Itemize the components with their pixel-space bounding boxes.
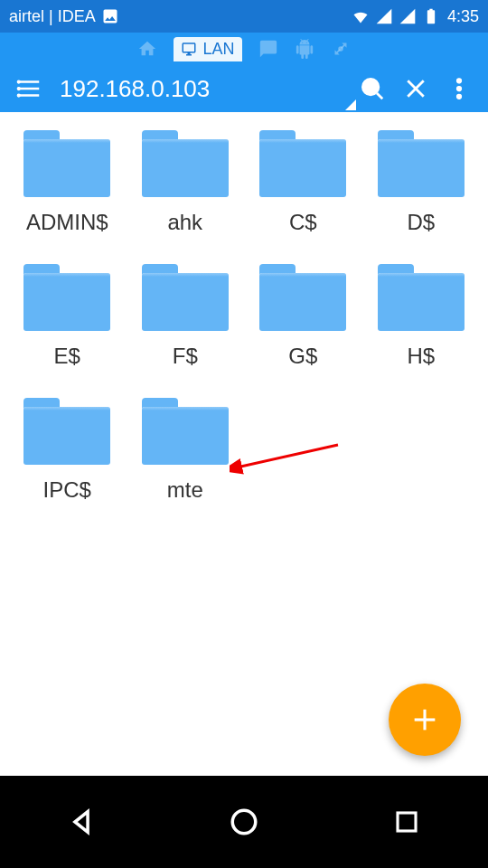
folder-label: C$ [289, 210, 317, 235]
close-button[interactable] [394, 67, 437, 110]
image-icon [101, 7, 119, 25]
folder-icon [142, 130, 229, 197]
signal-2-icon [399, 7, 417, 25]
folder-label: G$ [288, 344, 317, 369]
tab-apps[interactable] [295, 39, 314, 59]
carrier-label: airtel | IDEA [9, 7, 96, 26]
folder-item[interactable]: E$ [13, 264, 122, 369]
svg-point-10 [457, 94, 462, 99]
folder-label: mte [167, 477, 203, 503]
svg-point-3 [17, 94, 20, 97]
svg-point-9 [457, 87, 462, 91]
app-toolbar: 192.168.0.103 [0, 65, 488, 112]
search-button[interactable] [351, 67, 394, 110]
sms-icon [258, 39, 278, 59]
battery-icon [422, 7, 440, 25]
folder-label: ahk [167, 210, 202, 235]
dropdown-triangle-icon [345, 99, 356, 110]
svg-line-5 [377, 93, 382, 99]
plus-icon [409, 704, 440, 735]
folder-item[interactable]: ADMIN$ [13, 130, 122, 235]
folder-icon [142, 398, 229, 465]
folder-icon [23, 130, 110, 197]
address-dropdown[interactable]: 192.168.0.103 [51, 75, 351, 103]
folder-label: D$ [407, 210, 435, 235]
android-status-bar: airtel | IDEA 4:35 [0, 0, 488, 33]
folder-label: IPC$ [43, 477, 91, 503]
menu-icon [15, 75, 42, 102]
folder-item[interactable]: IPC$ [13, 398, 122, 503]
tab-sms[interactable] [258, 39, 278, 59]
cleaner-icon [331, 39, 351, 59]
folder-label: E$ [54, 344, 80, 369]
overflow-button[interactable] [437, 67, 481, 110]
tab-cloud[interactable] [331, 39, 351, 59]
address-label: 192.168.0.103 [60, 75, 210, 103]
nav-back-button[interactable] [27, 795, 136, 849]
folder-item[interactable]: G$ [249, 264, 358, 369]
folder-icon [259, 264, 346, 331]
folder-label: F$ [173, 344, 198, 369]
file-grid-area: ADMIN$ahkC$D$E$F$G$H$IPC$mte [0, 112, 488, 776]
svg-point-1 [17, 80, 20, 83]
back-triangle-icon [66, 807, 97, 837]
home-icon [137, 39, 157, 59]
folder-icon [23, 264, 110, 331]
folder-item[interactable]: mte [131, 398, 240, 503]
hamburger-button[interactable] [7, 67, 51, 110]
signal-1-icon [375, 7, 393, 25]
svg-point-14 [232, 810, 256, 834]
lan-monitor-icon [181, 41, 197, 57]
tab-lan-label: LAN [202, 40, 234, 59]
close-icon [402, 75, 429, 102]
clock-label: 4:35 [447, 7, 479, 26]
folder-item[interactable]: F$ [131, 264, 240, 369]
folder-label: ADMIN$ [26, 210, 108, 235]
android-icon [295, 39, 314, 59]
app-tabs-bar: LAN [0, 33, 488, 65]
folder-icon [378, 130, 465, 197]
android-nav-bar [0, 776, 488, 868]
folder-grid: ADMIN$ahkC$D$E$F$G$H$IPC$mte [13, 130, 475, 503]
folder-item[interactable]: C$ [249, 130, 358, 235]
wifi-icon [352, 7, 370, 25]
folder-item[interactable]: ahk [131, 130, 240, 235]
folder-icon [23, 398, 110, 465]
nav-home-button[interactable] [190, 795, 298, 849]
folder-icon [259, 130, 346, 197]
status-left: airtel | IDEA [9, 7, 119, 26]
recent-square-icon [393, 808, 420, 835]
tab-home[interactable] [137, 39, 157, 59]
svg-point-4 [362, 79, 379, 95]
folder-icon [142, 264, 229, 331]
folder-item[interactable]: D$ [367, 130, 476, 235]
svg-point-2 [17, 88, 20, 90]
status-right: 4:35 [352, 7, 479, 26]
svg-point-0 [338, 46, 343, 52]
search-icon [359, 75, 386, 102]
nav-recent-button[interactable] [352, 795, 461, 849]
svg-rect-15 [398, 813, 416, 831]
folder-label: H$ [407, 344, 435, 369]
folder-icon [378, 264, 465, 331]
more-vert-icon [446, 75, 473, 102]
tab-lan[interactable]: LAN [174, 37, 241, 61]
folder-item[interactable]: H$ [367, 264, 476, 369]
home-circle-icon [229, 807, 259, 837]
svg-point-8 [457, 79, 462, 83]
fab-add-button[interactable] [389, 684, 461, 756]
